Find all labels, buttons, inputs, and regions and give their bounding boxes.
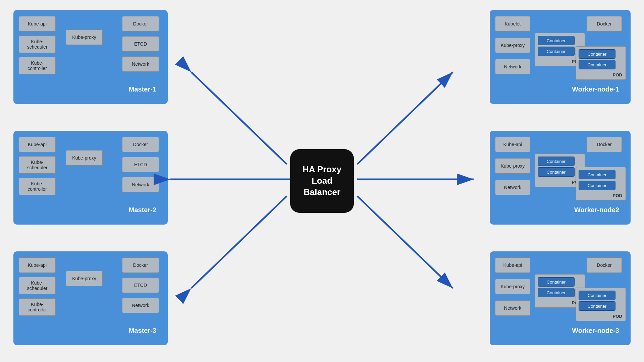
- master1-kube-scheduler: Kube-scheduler: [19, 36, 56, 53]
- master2-title: Master-2: [129, 206, 156, 214]
- worker2-kube-proxy: Kube-proxy: [495, 158, 530, 174]
- master-1-panel: Kube-api Kube-scheduler Kube-controller …: [13, 10, 168, 104]
- worker3-container1a: Container: [538, 277, 575, 287]
- worker3-kube-proxy: Kube-proxy: [495, 279, 530, 294]
- master2-network: Network: [122, 177, 159, 192]
- master1-kube-controller: Kube-controller: [19, 57, 56, 74]
- worker3-pod2-label: POD: [613, 314, 622, 319]
- worker1-docker: Docker: [587, 16, 622, 32]
- worker3-title: Worker-node-3: [572, 327, 619, 335]
- worker-1-panel: Kubelet Kube-proxy Network Docker Contai…: [490, 10, 631, 104]
- arrow-master3: [191, 196, 287, 288]
- arrow-master1: [191, 72, 287, 164]
- worker3-network: Network: [495, 300, 530, 316]
- worker2-container1a: Container: [538, 157, 575, 166]
- worker1-container2a: Container: [579, 49, 615, 59]
- master3-kube-scheduler: Kube-scheduler: [19, 277, 56, 294]
- master2-kube-controller: Kube-controller: [19, 178, 56, 195]
- master3-docker: Docker: [122, 257, 159, 273]
- worker2-network: Network: [495, 180, 530, 195]
- master1-network: Network: [122, 56, 159, 72]
- master3-network: Network: [122, 298, 159, 313]
- worker1-kube-proxy: Kube-proxy: [495, 38, 530, 53]
- worker1-kubelet: Kubelet: [495, 16, 530, 32]
- master1-title: Master-1: [129, 85, 156, 93]
- worker-3-panel: Kube-api Kube-proxy Network Docker Conta…: [490, 251, 631, 345]
- master1-kube-proxy: Kube-proxy: [66, 29, 103, 45]
- master-2-panel: Kube-api Kube-scheduler Kube-controller …: [13, 131, 168, 225]
- worker1-title: Worker-node-1: [572, 85, 619, 93]
- master3-kube-proxy: Kube-proxy: [66, 271, 103, 286]
- worker2-docker: Docker: [587, 137, 622, 152]
- ha-proxy-box: HA ProxyLoadBalancer: [290, 149, 354, 213]
- arrow-worker3: [357, 196, 453, 288]
- master2-kube-api: Kube-api: [19, 137, 56, 152]
- worker2-container2a: Container: [579, 170, 615, 179]
- master2-kube-scheduler: Kube-scheduler: [19, 156, 56, 174]
- master3-kube-api: Kube-api: [19, 257, 56, 273]
- worker3-docker: Docker: [587, 257, 622, 273]
- master2-kube-proxy: Kube-proxy: [66, 150, 103, 166]
- worker2-container2b: Container: [579, 181, 615, 190]
- master3-kube-controller: Kube-controller: [19, 298, 56, 316]
- master1-docker: Docker: [122, 16, 159, 32]
- worker3-kube-api: Kube-api: [495, 257, 530, 273]
- worker3-container1b: Container: [538, 288, 575, 297]
- worker1-network: Network: [495, 59, 530, 74]
- master2-etcd: ETCD: [122, 157, 159, 172]
- worker2-pod2-label: POD: [613, 193, 622, 198]
- worker2-kube-api: Kube-api: [495, 137, 530, 152]
- worker-2-panel: Kube-api Kube-proxy Network Docker Conta…: [490, 131, 631, 225]
- worker2-title: Worker-node2: [574, 206, 619, 214]
- worker1-container2b: Container: [579, 60, 615, 69]
- diagram-container: HA ProxyLoadBalancer Kube-api Kube-sched…: [0, 0, 644, 362]
- worker2-container1b: Container: [538, 167, 575, 177]
- master3-title: Master-3: [129, 327, 156, 335]
- worker3-container2b: Container: [579, 301, 615, 311]
- worker1-container1a: Container: [538, 36, 575, 45]
- master2-docker: Docker: [122, 137, 159, 152]
- worker1-container1b: Container: [538, 47, 575, 56]
- worker3-container2a: Container: [579, 291, 615, 300]
- master1-kube-api: Kube-api: [19, 16, 56, 32]
- master1-etcd: ETCD: [122, 36, 159, 52]
- master3-etcd: ETCD: [122, 278, 159, 293]
- worker1-pod2-label: POD: [613, 72, 622, 77]
- master-3-panel: Kube-api Kube-scheduler Kube-controller …: [13, 251, 168, 345]
- arrow-worker1: [357, 72, 453, 164]
- ha-proxy-label: HA ProxyLoadBalancer: [303, 164, 341, 198]
